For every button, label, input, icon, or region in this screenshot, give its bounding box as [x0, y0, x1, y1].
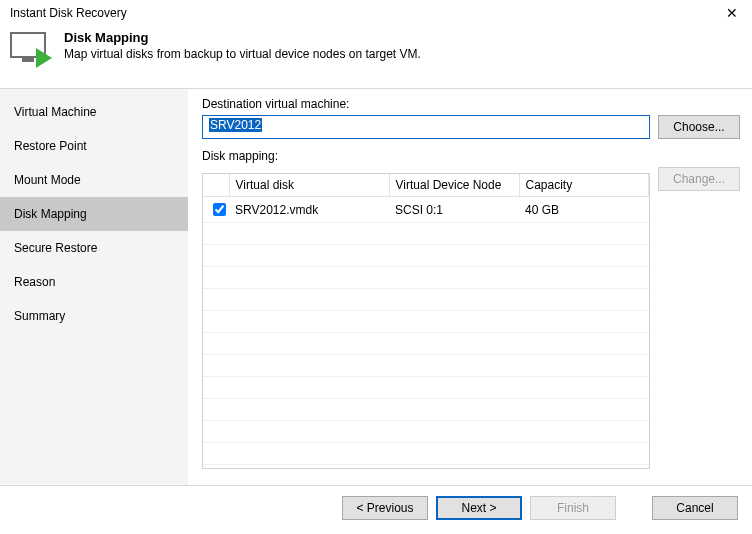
page-subtitle: Map virtual disks from backup to virtual…	[64, 47, 421, 61]
table-row	[203, 311, 649, 333]
table-row	[203, 245, 649, 267]
table-row	[203, 289, 649, 311]
finish-button: Finish	[530, 496, 616, 520]
col-check	[203, 174, 229, 197]
col-virtual-device-node[interactable]: Virtual Device Node	[389, 174, 519, 197]
row-checkbox[interactable]	[213, 203, 226, 216]
cell-virtual-disk: SRV2012.vmdk	[229, 197, 389, 223]
previous-button[interactable]: < Previous	[342, 496, 428, 520]
table-row	[203, 421, 649, 443]
grid-header-row: Virtual disk Virtual Device Node Capacit…	[203, 174, 649, 197]
table-row	[203, 333, 649, 355]
window-title: Instant Disk Recovery	[10, 6, 127, 20]
disk-mapping-label: Disk mapping:	[202, 149, 740, 163]
close-icon[interactable]: ✕	[720, 5, 744, 21]
table-row	[203, 399, 649, 421]
step-reason[interactable]: Reason	[0, 265, 188, 299]
step-disk-mapping[interactable]: Disk Mapping	[0, 197, 188, 231]
step-secure-restore[interactable]: Secure Restore	[0, 231, 188, 265]
table-row	[203, 377, 649, 399]
wizard-footer: < Previous Next > Finish Cancel	[0, 485, 752, 530]
col-virtual-disk[interactable]: Virtual disk	[229, 174, 389, 197]
step-summary[interactable]: Summary	[0, 299, 188, 333]
step-virtual-machine[interactable]: Virtual Machine	[0, 95, 188, 129]
page-title: Disk Mapping	[64, 30, 421, 45]
disk-recovery-icon	[10, 30, 54, 74]
wizard-header: Disk Mapping Map virtual disks from back…	[0, 24, 752, 89]
destination-vm-input[interactable]: SRV2012	[202, 115, 650, 139]
table-row[interactable]: SRV2012.vmdk SCSI 0:1 40 GB	[203, 197, 649, 223]
cell-device-node: SCSI 0:1	[389, 197, 519, 223]
step-mount-mode[interactable]: Mount Mode	[0, 163, 188, 197]
next-button[interactable]: Next >	[436, 496, 522, 520]
disk-mapping-grid[interactable]: Virtual disk Virtual Device Node Capacit…	[202, 173, 650, 469]
cancel-button[interactable]: Cancel	[652, 496, 738, 520]
table-row	[203, 223, 649, 245]
choose-button[interactable]: Choose...	[658, 115, 740, 139]
step-restore-point[interactable]: Restore Point	[0, 129, 188, 163]
destination-vm-value: SRV2012	[209, 118, 262, 132]
table-row	[203, 267, 649, 289]
table-row	[203, 443, 649, 465]
change-button: Change...	[658, 167, 740, 191]
wizard-steps-sidebar: Virtual Machine Restore Point Mount Mode…	[0, 89, 188, 485]
table-row	[203, 355, 649, 377]
col-capacity[interactable]: Capacity	[519, 174, 649, 197]
destination-label: Destination virtual machine:	[202, 97, 740, 111]
cell-capacity: 40 GB	[519, 197, 649, 223]
